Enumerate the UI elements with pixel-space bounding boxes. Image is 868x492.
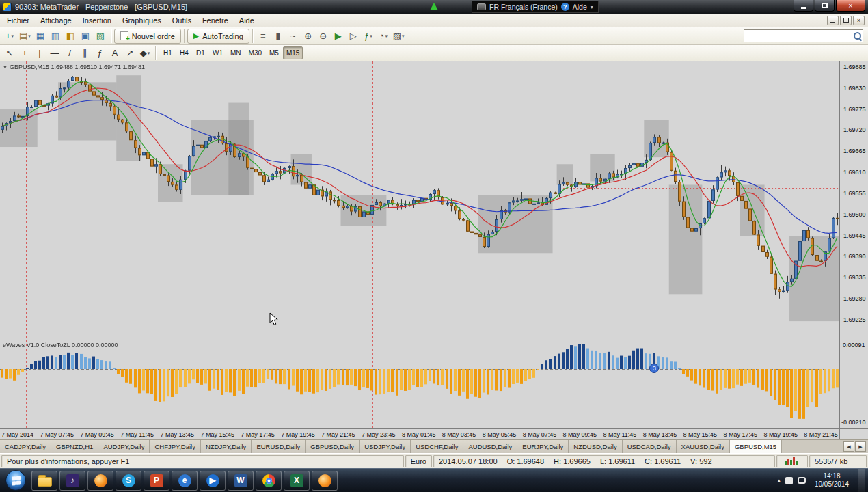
menu-outils[interactable]: Outils — [167, 14, 197, 27]
chart-tab-eurjpy-daily[interactable]: EURJPY,Daily — [517, 440, 569, 453]
chart-area[interactable]: 1.698851.698301.697751.697201.696651.696… — [0, 62, 868, 340]
child-close-button[interactable]: × — [853, 16, 865, 25]
toolbar-navigator-button[interactable]: ◧ — [63, 29, 78, 44]
chart-tab-usdcad-daily[interactable]: USDCAD,Daily — [623, 440, 677, 453]
toolbar-data-window-button[interactable]: ▥ — [48, 29, 63, 44]
toolbar-templates-button[interactable]: ▨▾ — [391, 29, 407, 44]
show-desktop-button[interactable] — [858, 469, 865, 492]
chart-tab-usdjpy-daily[interactable]: USDJPY,Daily — [360, 440, 411, 453]
toolbar-zoom-out-button[interactable]: ⊖ — [316, 29, 331, 44]
timeframe-mn-button[interactable]: MN — [227, 46, 245, 59]
indicator-panel[interactable]: 0.00091 -0.00210 eWaves V1.0 CloseToZL 0… — [0, 340, 868, 428]
menu-aide[interactable]: Aide — [234, 14, 260, 27]
toolbar-auto-scroll-button[interactable]: ▶ — [331, 29, 346, 44]
taskbar-skype-icon[interactable]: S — [116, 471, 141, 491]
taskbar-internet-explorer-icon[interactable]: e — [172, 471, 198, 491]
metatrader-app-icon — [3, 3, 12, 12]
toolbar-channel-tool-button[interactable]: ∥ — [77, 46, 92, 60]
toolbar-bar-chart-mode-button[interactable]: ≡ — [256, 29, 271, 44]
chart-tab-audjpy-daily[interactable]: AUDJPY,Daily — [98, 440, 150, 453]
taskbar-excel-icon[interactable]: X — [284, 471, 310, 491]
toolbar-zoom-in-button[interactable]: ⊕ — [301, 29, 316, 44]
taskbar-media-player-icon[interactable]: ▶ — [200, 471, 226, 491]
taskbar-explorer-icon[interactable] — [31, 471, 57, 491]
child-minimize-button[interactable] — [827, 16, 839, 25]
toolbar-crosshair-tool-button[interactable]: + — [17, 46, 32, 60]
taskbar-clock[interactable]: 14:18 10/05/2014 — [811, 472, 853, 489]
maximize-button[interactable] — [815, 0, 835, 12]
toolbar-terminal-button[interactable]: ▣ — [78, 29, 93, 44]
toolbar-line-chart-mode-button[interactable]: ~ — [286, 29, 301, 44]
price-axis-label: 1.69555 — [843, 190, 867, 197]
chart-tab-eurusd-daily[interactable]: EURUSD,Daily — [252, 440, 306, 453]
timeframe-w1-button[interactable]: W1 — [209, 46, 226, 59]
taskbar-word-icon[interactable]: W — [228, 471, 254, 491]
autotrading-button[interactable]: ▶ AutoTrading — [187, 29, 249, 44]
language-label[interactable]: FR Français (France) — [489, 3, 558, 11]
bar-chart-mode-icon: ≡ — [260, 31, 266, 40]
timeframe-h1-button[interactable]: H1 — [160, 46, 176, 59]
toolbar-new-chart-button[interactable]: +▾ — [2, 29, 17, 44]
taskbar-firefox-2-icon[interactable] — [312, 471, 338, 491]
chart-tab-audusd-daily[interactable]: AUDUSD,Daily — [463, 440, 517, 453]
timeframe-m30-button[interactable]: M30 — [245, 46, 265, 59]
toolbar-periods-button[interactable]: ◔▾ — [376, 29, 391, 44]
language-options-icon[interactable]: ▾ — [591, 4, 593, 10]
toolbar-cursor-tool-button[interactable]: ↖ — [2, 46, 17, 60]
close-button[interactable]: × — [836, 0, 865, 12]
toolbar-horizontal-line-tool-button[interactable]: — — [47, 46, 62, 60]
child-restore-button[interactable] — [840, 16, 852, 25]
toolbar-profiles-button[interactable]: ▤▾ — [17, 29, 33, 44]
minimize-button[interactable] — [794, 0, 813, 12]
timeframe-m15-button[interactable]: M15 — [283, 46, 303, 59]
timeframe-m5-button[interactable]: M5 — [266, 46, 282, 59]
chart-tab-nzdusd-daily[interactable]: NZDUSD,Daily — [569, 440, 622, 453]
tray-icon-1[interactable] — [785, 477, 793, 484]
chart-tab-nzdjpy-daily[interactable]: NZDJPY,Daily — [201, 440, 252, 453]
tab-scroll-left-button[interactable]: ◀ — [843, 441, 854, 452]
chart-tab-gbpnzd-h1[interactable]: GBPNZD,H1 — [51, 440, 98, 453]
timeframe-h4-button[interactable]: H4 — [176, 46, 192, 59]
menu-graphiques[interactable]: Graphiques — [117, 14, 167, 27]
chart-tab-usdchf-daily[interactable]: USDCHF,Daily — [411, 440, 463, 453]
language-bar[interactable]: FR Français (France) ? Aide ▾ — [472, 1, 599, 13]
indicator-canvas[interactable] — [0, 340, 839, 428]
toolbar-market-watch-button[interactable]: ▦ — [33, 29, 48, 44]
price-chart-canvas[interactable] — [0, 62, 839, 340]
toolbar-trendline-tool-button[interactable]: / — [62, 46, 77, 60]
toolbar-strategy-tester-button[interactable]: ▧ — [93, 29, 108, 44]
search-input[interactable] — [744, 31, 852, 41]
chart-tab-cadjpy-daily[interactable]: CADJPY,Daily — [0, 440, 51, 453]
chart-tab-gbpusd-m15[interactable]: GBPUSD,M15 — [730, 440, 782, 453]
timeframe-d1-button[interactable]: D1 — [193, 46, 208, 59]
toolbar-indicators-button[interactable]: ƒ▾ — [361, 29, 376, 44]
metatrader-window: 90303: MetaTrader - Pepperstone - [GBPUS… — [0, 0, 868, 492]
chart-tab-chfjpy-daily[interactable]: CHFJPY,Daily — [150, 440, 200, 453]
language-help-label[interactable]: Aide — [573, 3, 587, 11]
menu-fichier[interactable]: Fichier — [1, 14, 35, 27]
toolbar-fibonacci-tool-button[interactable]: ƒ — [92, 46, 107, 60]
toolbar-arrows-tool-button[interactable]: ↗ — [122, 46, 137, 60]
menu-fenetre[interactable]: Fenetre — [197, 14, 234, 27]
tray-icon-2[interactable] — [798, 477, 806, 484]
taskbar-firefox-icon[interactable] — [87, 471, 113, 491]
taskbar-media-app-icon[interactable]: ♪ — [59, 471, 85, 491]
chart-tab-xauusd-daily[interactable]: XAUUSD,Daily — [677, 440, 730, 453]
toolbar-vertical-line-tool-button[interactable]: | — [32, 46, 47, 60]
search-icon[interactable] — [852, 31, 863, 41]
strategy-tester-icon: ▧ — [96, 31, 105, 40]
maximize-icon — [822, 3, 828, 8]
chart-tab-gbpusd-daily[interactable]: GBPUSD,Daily — [306, 440, 360, 453]
taskbar-chrome-icon[interactable] — [256, 471, 282, 491]
start-button[interactable] — [5, 470, 26, 491]
menu-insertion[interactable]: Insertion — [77, 14, 117, 27]
toolbar-shapes-tool-button[interactable]: ◆▾ — [137, 46, 152, 60]
tab-scroll-right-button[interactable]: ▶ — [855, 441, 866, 452]
show-hidden-icons-button[interactable]: ▴ — [777, 477, 781, 484]
menu-affichage[interactable]: Affichage — [35, 14, 77, 27]
toolbar-candlestick-mode-button[interactable]: ▮ — [271, 29, 286, 44]
taskbar-powerpoint-icon[interactable]: P — [144, 471, 169, 491]
toolbar-text-tool-button[interactable]: A — [107, 46, 122, 60]
toolbar-chart-shift-button[interactable]: ▷ — [346, 29, 361, 44]
new-order-button[interactable]: Nouvel ordre — [114, 29, 181, 44]
